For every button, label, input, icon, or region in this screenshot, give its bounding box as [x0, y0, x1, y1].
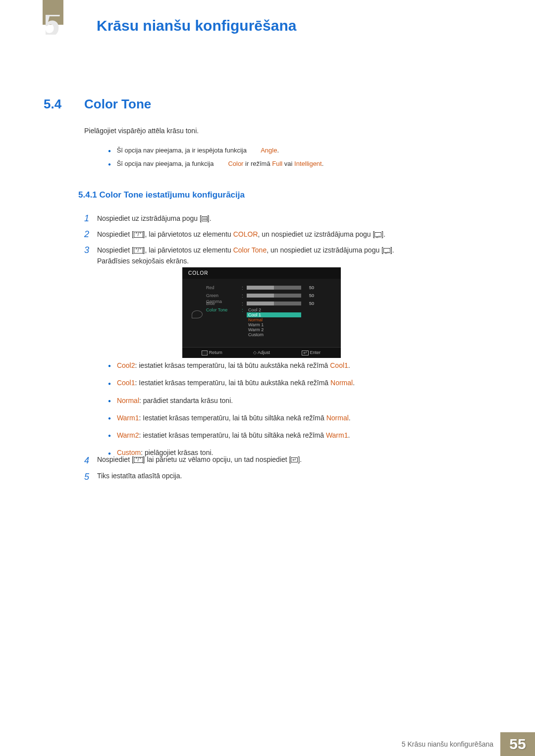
desc-row: ● Normal: parādiet standarta krāsu toni. — [108, 396, 484, 406]
osd-body: Red:50 Green:50 Blue:50 Color Tone: Cool… — [182, 279, 341, 347]
step-number: 4 — [84, 455, 95, 466]
bullet-icon: ● — [108, 413, 115, 423]
bullet-icon: ● — [108, 161, 115, 167]
note-row: ● Šī opcija nav pieejama, ja funkcija Co… — [108, 160, 323, 167]
osd-title: COLOR — [182, 267, 341, 279]
step-number: 5 — [84, 472, 95, 482]
tone-option: Custom — [247, 332, 301, 337]
step-body: Nospiediet uz izstrādājuma pogu []. — [97, 213, 479, 224]
section-title: Color Tone — [84, 97, 151, 112]
enter-icon — [374, 232, 381, 237]
note-text: Šī opcija nav pieejama, ja ir iespējota … — [117, 147, 249, 154]
intro-text: Pielāgojiet vispārējo attēla krāsu toni. — [84, 127, 199, 135]
note-highlight: Color — [228, 160, 243, 167]
osd-icon-col — [188, 284, 206, 345]
updown-icon: ˄/˅ — [134, 232, 143, 238]
desc-row: ● Warm2: iestatiet krāsas temperatūru, l… — [108, 430, 484, 441]
menu-icon — [202, 216, 208, 221]
enter-icon — [383, 248, 390, 253]
osd-footer-adjust: ◇ Adjust — [237, 350, 286, 355]
slider-bar — [247, 286, 301, 290]
step-row: 3 Nospiediet [˄/˅], lai pārvietotos uz e… — [84, 245, 490, 266]
step-row: 2 Nospiediet [˄/˅], lai pārvietotos uz e… — [84, 229, 490, 240]
osd-row: Color Tone: Cool 2 Cool 1 Normal Warm 1 … — [206, 307, 335, 337]
page-title: Krāsu nianšu konfigurēšana — [97, 17, 296, 34]
tone-option-selected: Cool 1 — [247, 312, 301, 317]
desc-row: ● Cool1: Iestatiet krāsas temperatūru, l… — [108, 378, 484, 388]
osd-rows: Red:50 Green:50 Blue:50 Color Tone: Cool… — [206, 284, 335, 345]
tone-option: Warm 2 — [247, 327, 301, 332]
bullet-icon: ● — [108, 431, 115, 441]
slider-bar — [247, 294, 301, 298]
osd-footer: Return ◇ Adjust Enter — [182, 347, 341, 358]
note-list: ● Šī opcija nav pieejama, ja ir iespējot… — [108, 147, 323, 173]
footer-text: 5 Krāsu nianšu konfigurēšana — [402, 740, 500, 748]
step-row: 1 Nospiediet uz izstrādājuma pogu []. — [84, 213, 490, 224]
osd-footer-return: Return — [187, 350, 237, 355]
section-number: 5.4 — [44, 97, 61, 112]
tone-option: Cool 2 — [247, 307, 301, 312]
bullet-icon: ● — [108, 361, 115, 371]
step-number: 1 — [84, 213, 95, 224]
chapter-decoration: 5 — [46, 15, 75, 35]
bullet-icon: ● — [108, 148, 115, 153]
desc-row: ● Cool2: iestatiet krāsas temperatūru, l… — [108, 360, 484, 371]
tone-list: Cool 2 Cool 1 Normal Warm 1 Warm 2 Custo… — [247, 307, 301, 337]
step-body: Tiks iestatīta atlasītā opcija. — [97, 472, 479, 480]
step-row: 5 Tiks iestatīta atlasītā opcija. — [84, 472, 490, 482]
page-number: 55 — [500, 732, 535, 756]
page: 5 Krāsu nianšu konfigurēšana 5.4 Color T… — [0, 0, 535, 756]
updown-icon: ˄/˅ — [134, 248, 143, 253]
tone-option: Normal — [247, 317, 301, 322]
desc-row: ● Warm1: Iestatiet krāsas temperatūru, l… — [108, 413, 484, 423]
osd-panel: COLOR Red:50 Green:50 Blue:50 Color Tone… — [182, 267, 341, 358]
bullet-icon: ● — [108, 379, 115, 389]
steps: 1 Nospiediet uz izstrādājuma pogu []. 2 … — [84, 208, 490, 266]
bullet-icon: ● — [108, 396, 115, 406]
osd-row: Gamma — [206, 298, 335, 305]
step-body: Nospiediet [˄/˅], lai pārvietotos uz ele… — [97, 229, 479, 240]
step-row: 4 Nospiediet [˄/˅] lai pārietu uz vēlamo… — [84, 455, 490, 466]
step-body: Nospiediet [˄/˅], lai pārvietotos uz ele… — [97, 245, 479, 266]
palette-icon — [192, 310, 203, 318]
step-number: 2 — [84, 229, 95, 240]
note-highlight: Full — [272, 160, 282, 167]
note-highlight: Angle — [261, 147, 277, 154]
note-text: Šī opcija nav pieejama, ja funkcija — [117, 160, 215, 167]
description-list: ● Cool2: iestatiet krāsas temperatūru, l… — [108, 360, 484, 465]
note-highlight: Intelligent — [294, 160, 322, 167]
step-body: Nospiediet [˄/˅] lai pārietu uz vēlamo o… — [97, 455, 479, 463]
osd-row: Red:50 — [206, 284, 335, 292]
updown-icon: ˄/˅ — [134, 457, 143, 463]
osd-footer-enter: Enter — [286, 350, 336, 355]
tone-option: Warm 1 — [247, 322, 301, 327]
step-number: 3 — [84, 245, 95, 255]
note-row: ● Šī opcija nav pieejama, ja ir iespējot… — [108, 147, 323, 154]
enter-icon — [291, 457, 298, 462]
page-footer: 5 Krāsu nianšu konfigurēšana 55 — [0, 732, 535, 756]
subsection-title: 5.4.1 Color Tone iestatījumu konfigurāci… — [78, 190, 245, 200]
